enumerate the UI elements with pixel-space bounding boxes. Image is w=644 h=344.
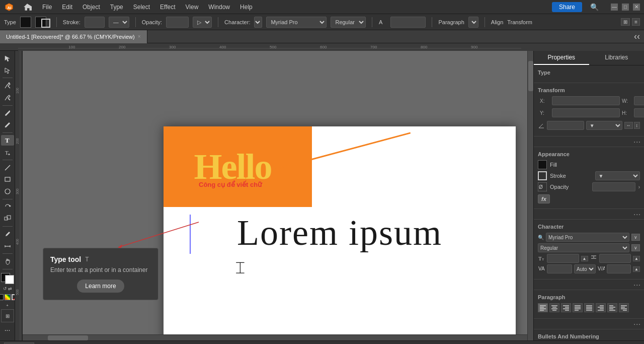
appearance-more-btn[interactable]: ··· (633, 210, 641, 218)
paragraph-select[interactable]: ▼ (468, 17, 478, 28)
style-expand-btn[interactable]: ∨ (631, 244, 640, 251)
rotate-tool-btn[interactable] (1, 201, 14, 213)
opacity-select[interactable]: ▷ (193, 17, 212, 28)
font-select[interactable]: Myriad Pro (266, 17, 327, 28)
canvas-area[interactable]: ⌶ Hello Lorem ipsum Công cụ để viết chữ … (23, 51, 533, 340)
opacity-input[interactable]: 100% (166, 17, 189, 28)
menu-edit[interactable]: Edit (60, 3, 74, 12)
scrollbar-thumb-v[interactable] (528, 61, 533, 91)
tab-close-btn[interactable]: × (138, 34, 141, 39)
pen-tool-btn[interactable] (1, 80, 14, 91)
tracking-up[interactable]: ▲ (633, 266, 640, 272)
tab-properties[interactable]: Properties (534, 51, 589, 65)
ellipse-tool-btn[interactable] (1, 186, 14, 197)
angle-select[interactable]: ▼ (586, 121, 622, 130)
align-right-justify-btn[interactable] (596, 303, 606, 312)
zoom-select[interactable]: 66.67% (4, 342, 34, 345)
menu-effect[interactable]: Effect (158, 3, 177, 12)
brush-tool-btn[interactable] (1, 107, 14, 118)
menu-select[interactable]: Select (131, 3, 152, 12)
menu-file[interactable]: File (40, 3, 54, 12)
win-minimize[interactable]: — (611, 4, 618, 11)
fill-swatch[interactable] (20, 17, 31, 28)
selection-tool-btn[interactable] (1, 53, 14, 64)
scrollbar-thumb-h[interactable] (48, 335, 88, 340)
char-search-select[interactable]: 🔍 (254, 17, 262, 28)
search-button[interactable]: 🔍 (590, 3, 599, 11)
leading-field[interactable]: 102.16 pt (599, 254, 631, 263)
more-tools-btn[interactable]: ··· (1, 323, 14, 336)
home-icon[interactable] (22, 2, 32, 12)
menu-help[interactable]: Help (238, 3, 255, 12)
rect-tool-btn[interactable] (1, 174, 14, 185)
stroke-swatch-area[interactable] (35, 17, 50, 28)
h-input[interactable]: 92.5405 pt (634, 108, 644, 117)
main-tab[interactable]: Untitled-1 [Recovered]* @ 66.67 % (CMYK/… (0, 30, 147, 43)
stroke-color-swatch[interactable] (538, 171, 547, 180)
opacity-arrow[interactable]: › (638, 184, 640, 190)
font-size-up[interactable]: ▲ (581, 256, 588, 261)
win-close[interactable]: ✕ (633, 4, 640, 11)
reset-colors-btn[interactable]: ↺ (3, 286, 7, 291)
stroke-select[interactable]: — (109, 17, 129, 28)
opacity-appear-input[interactable]: 100% (592, 182, 635, 191)
fx-button[interactable]: fx (538, 194, 550, 203)
y-input[interactable]: 247.6121 p (552, 108, 620, 117)
tab-libraries[interactable]: Libraries (589, 51, 645, 65)
type-tool-btn[interactable]: T (1, 135, 14, 146)
direct-selection-tool-btn[interactable] (1, 65, 14, 76)
options-more[interactable]: ≡ (632, 18, 640, 26)
menu-window[interactable]: Window (206, 3, 232, 12)
leading-up[interactable]: ▲ (633, 256, 640, 261)
add-anchor-btn[interactable]: + (1, 92, 14, 103)
paragraph-more-btn[interactable]: ··· (633, 320, 641, 328)
font-style-select[interactable]: Regular (538, 243, 629, 252)
character-more-btn[interactable]: ··· (633, 281, 641, 289)
menu-type[interactable]: Type (108, 3, 125, 12)
align-right-left-btn[interactable] (619, 303, 629, 312)
w-input[interactable]: 464.3984 p (634, 96, 644, 105)
align-left-btn[interactable] (538, 303, 548, 312)
align-left-justify-btn[interactable] (607, 303, 617, 312)
scale-tool-btn[interactable] (1, 213, 14, 224)
hand-tool-btn[interactable] (1, 256, 14, 267)
menu-view[interactable]: View (184, 3, 201, 12)
measure-btn[interactable] (1, 240, 14, 251)
scrollbar-horizontal[interactable] (23, 334, 527, 340)
style-select[interactable]: Regular (331, 17, 366, 28)
tracking-field[interactable]: 0 (607, 264, 631, 273)
kern-field[interactable] (547, 264, 572, 273)
zoom-tool-btn[interactable]: ⊞ (1, 309, 14, 322)
transform-more-btn[interactable]: ··· (633, 137, 641, 146)
swap-colors-btn[interactable]: ⇄ (8, 286, 12, 291)
gradient-mode-btn[interactable] (5, 294, 11, 300)
eyedropper-btn[interactable] (1, 229, 14, 240)
align-justify-btn[interactable] (573, 303, 583, 312)
color-mode-btn[interactable] (0, 294, 4, 300)
pencil-tool-btn[interactable] (1, 119, 14, 130)
flip-h-btn[interactable]: ↔ (624, 122, 633, 129)
stroke-appear-select[interactable]: ▼ (595, 171, 640, 180)
scrollbar-vertical[interactable] (527, 51, 533, 340)
x-input[interactable]: 437.3896 p (552, 96, 620, 105)
kern-select[interactable]: Auto (574, 264, 596, 273)
background-swatch[interactable] (5, 275, 14, 284)
share-button[interactable]: Share (552, 2, 582, 12)
fill-color-swatch[interactable] (538, 160, 547, 169)
align-center-btn[interactable] (549, 303, 559, 312)
align-right-btn[interactable] (561, 303, 571, 312)
font-size-field[interactable]: 85.13 pt (547, 254, 579, 263)
stroke-input[interactable] (85, 17, 105, 28)
angle-input[interactable]: 0° (547, 121, 584, 130)
collapse-panel-btn[interactable]: ‹‹ (630, 31, 644, 42)
font-expand-btn[interactable]: ∨ (631, 234, 640, 241)
touch-type-btn[interactable]: T✦ (1, 147, 14, 158)
arrange-icons[interactable]: ⊞ (621, 18, 630, 26)
draw-mode-btn[interactable]: + (1, 302, 14, 308)
align-justify-all-btn[interactable] (584, 303, 594, 312)
line-tool-btn[interactable] (1, 162, 14, 173)
font-size-input[interactable]: 85.1336 p (390, 17, 426, 28)
flip-v-btn[interactable]: ↕ (634, 122, 640, 129)
font-family-select[interactable]: Myriad Pro (546, 233, 629, 242)
learn-more-button[interactable]: Learn more (77, 280, 124, 293)
